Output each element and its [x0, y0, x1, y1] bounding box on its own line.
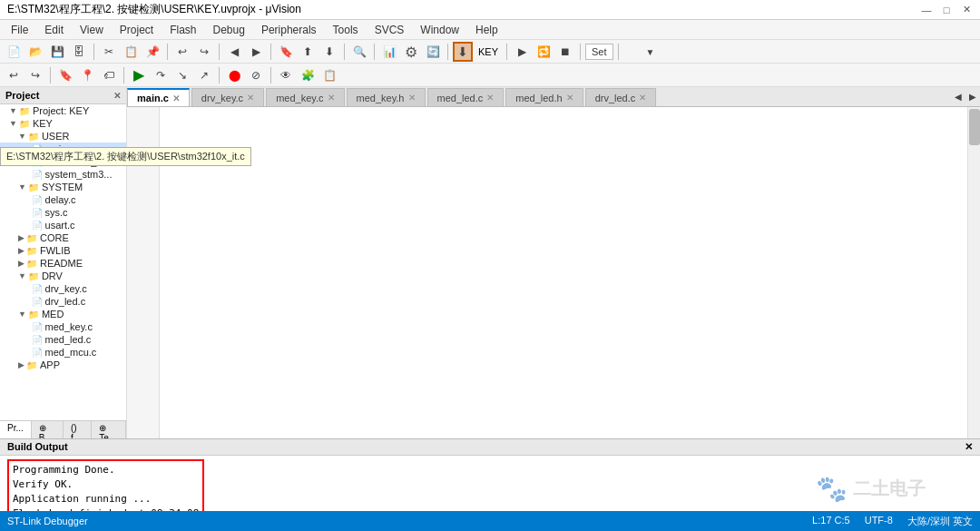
paste-button[interactable]: 📌 — [142, 42, 162, 62]
minimize-button[interactable]: — — [920, 4, 933, 16]
tabs-scroll-left[interactable]: ◀ — [951, 87, 965, 107]
menu-svcs[interactable]: SVCS — [368, 22, 412, 38]
tree-readme-folder[interactable]: ▶ 📁 README — [0, 257, 126, 270]
tb2-memory[interactable]: 🧩 — [298, 65, 318, 85]
tab-drv-key-c[interactable]: drv_key.c ✕ — [191, 88, 264, 106]
tab-close-icon[interactable]: ✕ — [566, 93, 573, 103]
bookmark-button[interactable]: 🔖 — [276, 42, 296, 62]
tree-med-key-c[interactable]: 📄 med_key.c — [0, 320, 126, 333]
build-output-content: Programming Done. Verify OK. Application… — [0, 456, 980, 511]
code-editor[interactable] — [127, 107, 980, 438]
nav-forward-button[interactable]: ▶ — [246, 42, 266, 62]
tb2-btn2[interactable]: ↪ — [25, 65, 45, 85]
tab-close-icon[interactable]: ✕ — [328, 93, 335, 103]
rebuild-button[interactable]: 🔄 — [423, 42, 443, 62]
panel-tab-templates[interactable]: ⊕ Te... — [92, 421, 126, 438]
tb2-watch1[interactable]: 👁 — [276, 65, 296, 85]
scrollbar-thumb[interactable] — [969, 109, 980, 145]
tree-key-folder[interactable]: ▼ 📁 KEY — [0, 117, 126, 130]
tb2-btn3[interactable]: 🔖 — [55, 65, 75, 85]
menu-project[interactable]: Project — [113, 22, 161, 38]
tab-drv-led-c[interactable]: drv_led.c ✕ — [585, 88, 657, 106]
debug-start-button[interactable]: ▶ — [512, 42, 532, 62]
save-all-button[interactable]: 🗄 — [69, 42, 89, 62]
build-button[interactable]: ⚙ — [401, 42, 421, 62]
panel-tab-funcs[interactable]: () f... — [64, 421, 92, 438]
new-file-button[interactable]: 📄 — [4, 42, 24, 62]
find-button[interactable]: 🔍 — [349, 42, 369, 62]
tree-user-folder[interactable]: ▼ 📁 USER — [0, 130, 126, 143]
tree-drv-folder[interactable]: ▼ 📁 DRV — [0, 270, 126, 282]
tb2-stepout[interactable]: ↗ — [194, 65, 214, 85]
maximize-button[interactable]: □ — [940, 4, 953, 16]
project-panel-close[interactable]: ✕ — [113, 91, 121, 101]
tb2-regs[interactable]: 📋 — [319, 65, 339, 85]
target-select[interactable]: ▼ — [623, 42, 678, 62]
tab-med-led-c[interactable]: med_led.c ✕ — [427, 88, 505, 106]
tab-close-icon[interactable]: ✕ — [408, 93, 416, 103]
tb2-run-button[interactable]: ▶ — [129, 65, 149, 85]
copy-button[interactable]: 📋 — [121, 42, 141, 62]
tree-med-folder[interactable]: ▼ 📁 MED — [0, 308, 126, 320]
menu-peripherals[interactable]: Peripherals — [254, 22, 324, 38]
tree-med-led-c[interactable]: 📄 med_led.c — [0, 333, 126, 346]
code-content[interactable] — [160, 107, 967, 438]
tb2-btn4[interactable]: 📍 — [77, 65, 97, 85]
menu-edit[interactable]: Edit — [37, 22, 71, 38]
tab-med-led-h[interactable]: med_led.h ✕ — [505, 88, 583, 106]
editor-scrollbar[interactable] — [967, 107, 980, 438]
menu-help[interactable]: Help — [468, 22, 505, 38]
nav-back-button[interactable]: ◀ — [224, 42, 244, 62]
tb2-btn5[interactable]: 🏷 — [99, 65, 119, 85]
cut-button[interactable]: ✂ — [99, 42, 119, 62]
menu-window[interactable]: Window — [413, 22, 466, 38]
compile-button[interactable]: 📊 — [379, 42, 399, 62]
redo-button[interactable]: ↪ — [194, 42, 214, 62]
build-output-close[interactable]: ✕ — [965, 441, 973, 453]
menu-tools[interactable]: Tools — [326, 22, 366, 38]
menu-file[interactable]: File — [4, 22, 35, 38]
menu-view[interactable]: View — [73, 22, 111, 38]
tb2-clear-bp[interactable]: ⊘ — [246, 65, 266, 85]
debug-reset-button[interactable]: 🔁 — [534, 42, 554, 62]
menu-debug[interactable]: Debug — [206, 22, 252, 38]
open-file-button[interactable]: 📂 — [25, 42, 45, 62]
tree-med-mcu-c[interactable]: 📄 med_mcu.c — [0, 346, 126, 359]
tree-drv-led-c[interactable]: 📄 drv_led.c — [0, 295, 126, 308]
tb2-stepin[interactable]: ↘ — [172, 65, 192, 85]
download-button[interactable]: ⬇ — [453, 42, 473, 62]
tab-close-icon[interactable]: ✕ — [172, 93, 180, 103]
tree-project-root[interactable]: ▼ 📁 Project: KEY — [0, 104, 126, 117]
panel-tab-project[interactable]: Pr... — [0, 421, 32, 438]
tab-close-icon[interactable]: ✕ — [247, 93, 254, 103]
tree-system-stm3[interactable]: 📄 system_stm3... — [0, 168, 126, 181]
tree-delay-c[interactable]: 📄 delay.c — [0, 193, 126, 206]
tab-label: med_key.c — [276, 93, 323, 103]
tree-usart-c[interactable]: 📄 usart.c — [0, 219, 126, 231]
tree-drv-key-c[interactable]: 📄 drv_key.c — [0, 282, 126, 295]
tree-core-folder[interactable]: ▶ 📁 CORE — [0, 231, 126, 244]
tb2-stepover[interactable]: ↷ — [151, 65, 171, 85]
tree-system-folder[interactable]: ▼ 📁 SYSTEM — [0, 181, 126, 193]
close-button[interactable]: ✕ — [960, 4, 973, 16]
tab-main-c[interactable]: main.c ✕ — [127, 88, 190, 106]
tab-close-icon[interactable]: ✕ — [486, 93, 494, 103]
tree-app-folder[interactable]: ▶ 📁 APP — [0, 359, 126, 371]
tree-fwlib-folder[interactable]: ▶ 📁 FWLIB — [0, 244, 126, 257]
tab-med-key-h[interactable]: med_key.h ✕ — [347, 88, 426, 106]
debug-stop-button[interactable]: ⏹ — [555, 42, 575, 62]
tb2-breakpoint[interactable]: ⬤ — [224, 65, 244, 85]
next-bookmark-button[interactable]: ⬇ — [319, 42, 339, 62]
statusbar-debugger: ST-Link Debugger — [7, 516, 88, 526]
tab-med-key-c[interactable]: med_key.c ✕ — [266, 88, 344, 106]
menu-flash[interactable]: Flash — [162, 22, 203, 38]
save-button[interactable]: 💾 — [47, 42, 67, 62]
tabs-scroll-right[interactable]: ▶ — [965, 87, 980, 107]
tab-close-icon[interactable]: ✕ — [639, 93, 646, 103]
tree-label: drv_key.c — [45, 283, 87, 294]
tree-sys-c[interactable]: 📄 sys.c — [0, 206, 126, 219]
prev-bookmark-button[interactable]: ⬆ — [298, 42, 318, 62]
undo-button[interactable]: ↩ — [172, 42, 192, 62]
tb2-btn1[interactable]: ↩ — [4, 65, 24, 85]
panel-tab-books[interactable]: ⊕ B... — [32, 421, 64, 438]
